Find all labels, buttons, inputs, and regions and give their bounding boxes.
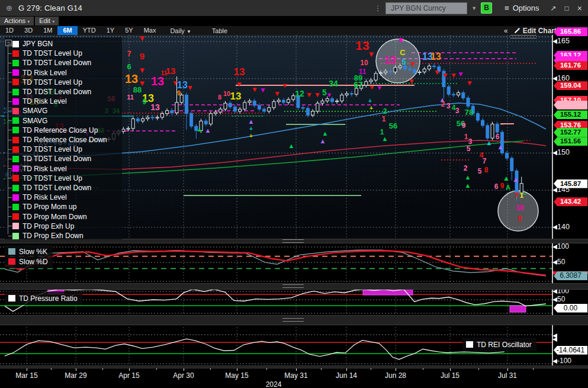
td-annotation: ▲ — [248, 118, 255, 125]
legend-tree-tick — [8, 44, 12, 44]
divider-grip[interactable] — [282, 239, 304, 243]
td-annotation: ▲ — [486, 139, 493, 146]
legend-tree-tick — [8, 149, 12, 150]
td-annotation: 9 — [143, 98, 147, 106]
td-annotation: ▲ — [288, 142, 295, 149]
legend-item[interactable]: TD TDST Level Up — [5, 78, 82, 87]
legend-tree-tick — [8, 130, 12, 130]
legend-label: TD TDST Level Down — [23, 59, 91, 67]
td-annotation: 13 — [385, 54, 396, 66]
td-annotation: ▼ — [450, 71, 457, 79]
legend-item[interactable]: TD Risk Level — [5, 97, 67, 106]
stochastics-axis-label: 100 — [557, 242, 569, 251]
td-annotation: 13 — [230, 91, 242, 102]
legend-item[interactable]: TD Risk Level — [5, 68, 67, 78]
price-label: 159.04 — [554, 81, 587, 90]
legend-item[interactable]: TD Prop Mom up — [5, 202, 76, 211]
legend-label: TD TDST Level Down — [23, 155, 91, 163]
date-tick-label: Apr 15 — [118, 371, 139, 380]
legend-item[interactable]: TD Reference Close Up — [5, 126, 98, 135]
legend-tree-tick — [8, 216, 12, 217]
legend-item[interactable]: TD Prop Exh Up — [5, 222, 74, 231]
legend-label: Slow %K — [19, 248, 47, 256]
td-annotation: – — [523, 190, 527, 198]
td-annotation: 13 — [150, 102, 160, 112]
main-panel-grip[interactable] — [510, 35, 536, 39]
legend-swatch — [12, 233, 19, 239]
legend-swatch — [12, 223, 19, 229]
panel-divider[interactable] — [0, 365, 588, 368]
date-tick-label: Jul 31 — [498, 371, 517, 380]
legend-item[interactable]: TD Reference Close Down — [5, 135, 107, 145]
td-annotation: 13 — [234, 66, 245, 78]
legend-item[interactable]: TD TDST Level Down — [5, 154, 91, 163]
rei-legend[interactable]: TD REI Oscillator — [462, 338, 536, 351]
td-annotation: + — [368, 98, 372, 104]
legend-label: TD Risk Level — [23, 69, 67, 77]
price-label: 155.12 — [554, 110, 587, 119]
divider-grip[interactable] — [282, 284, 304, 288]
divider-grip[interactable] — [282, 318, 304, 322]
pressure-axis-label: 50 — [557, 295, 565, 303]
legend-item[interactable]: TD Prop Mom Down — [5, 212, 87, 222]
td-annotation: ▼ — [457, 70, 464, 78]
legend-item[interactable]: TD Prop Exh Down — [5, 231, 83, 241]
date-tick-label: Jun 28 — [385, 371, 406, 380]
legend-item[interactable]: TD TDST Level Up — [5, 49, 82, 58]
td-annotation: ▼ — [326, 91, 333, 98]
td-annotation: ▼ — [274, 89, 281, 98]
legend-swatch — [466, 341, 473, 348]
td-annotation: 56 — [389, 121, 397, 130]
legend-item[interactable]: TD TDST Level Down — [5, 87, 91, 97]
pressure-last-value-label: 0.00 — [554, 304, 587, 313]
legend-item[interactable]: TD Risk Level — [5, 164, 67, 174]
legend-swatch — [12, 175, 19, 181]
legend-tree-tick — [8, 159, 12, 159]
date-axis: Mar 15Mar 29Apr 15Apr 30May 15May 31Jun … — [0, 367, 588, 388]
td-annotation: 7 — [127, 49, 131, 58]
legend-tree-tick — [8, 111, 12, 111]
legend-item[interactable]: TD TDST Level Down — [5, 58, 91, 68]
legend-tree-tick — [8, 168, 12, 169]
date-tick-label: May 15 — [225, 371, 248, 380]
legend-label: TD TDST Level Up — [23, 145, 82, 153]
td-annotation: 5 — [401, 57, 406, 66]
price-label — [554, 101, 587, 110]
td-annotation: 13 — [125, 72, 138, 85]
td-annotation: 9 — [177, 89, 181, 97]
legend-label: TD Risk Level — [23, 193, 67, 201]
legend-item[interactable]: TD TDST Level Up — [5, 174, 82, 183]
legend-item[interactable]: TD TDST Level Down — [5, 183, 91, 193]
td-annotation: 12 — [295, 89, 304, 98]
legend-item[interactable]: TD TDST Level Up — [5, 145, 82, 154]
price-label: 152.77 — [554, 128, 587, 137]
legend-item: TD Pressure Ratio — [8, 293, 78, 303]
td-annotation: 13 — [430, 52, 441, 62]
legend-label: TD TDST Level Up — [23, 174, 82, 182]
td-annotation: + — [249, 126, 253, 132]
legend-swatch — [12, 89, 19, 95]
td-annotation: – — [500, 120, 505, 128]
legend-item[interactable]: JPY BGN — [5, 39, 53, 49]
legend-tree-tick — [8, 63, 12, 63]
legend-swatch — [12, 194, 19, 201]
legend-item[interactable]: SMAVG — [5, 116, 47, 126]
stochastics-legend[interactable]: Slow %KSlow %D — [5, 245, 53, 268]
td-annotation: ▼ — [369, 84, 375, 91]
legend-label: SMAVG — [23, 117, 47, 125]
td-annotation: ▲ — [512, 175, 519, 184]
legend-label: TD Prop Exh Up — [23, 222, 74, 230]
legend-item[interactable]: TD Risk Level — [5, 193, 67, 202]
td-annotation: ▲ — [503, 174, 510, 182]
legend-tree-tick — [8, 72, 12, 73]
legend-label: TD Risk Level — [23, 97, 67, 105]
legend-tree-tick — [8, 101, 12, 102]
legend-swatch — [12, 156, 19, 162]
price-tick-label: 150 — [557, 148, 570, 156]
legend-swatch — [12, 146, 19, 153]
pressure-legend[interactable]: TD Pressure Ratio — [5, 291, 82, 305]
legend-swatch — [12, 50, 19, 57]
td-annotation: ▼ — [466, 79, 473, 87]
legend-swatch — [8, 248, 15, 255]
legend-item[interactable]: SMAVG — [5, 106, 47, 116]
